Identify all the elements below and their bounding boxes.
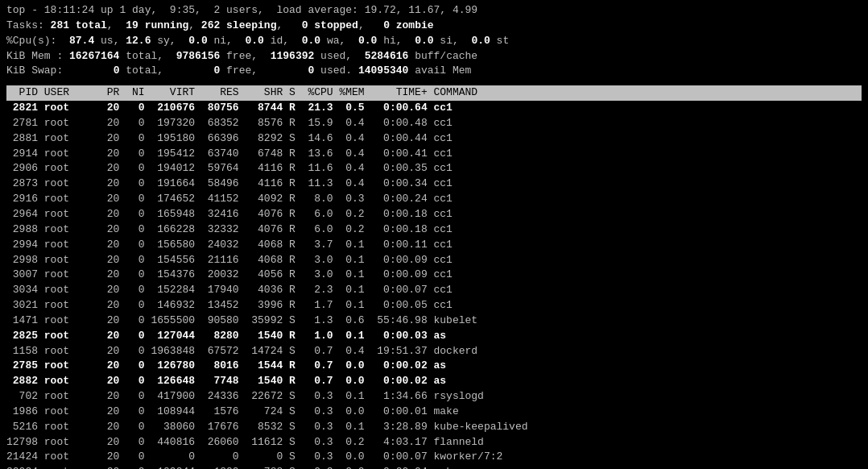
terminal-display: top - 18:11:24 up 1 day, 9:35, 2 users, … [6,3,862,469]
table-row: 3021 root 20 0 146932 13452 3996 R 1.7 0… [6,298,862,313]
header-line5: KiB Swap: 0 total, 0 free, 0 used. 14095… [6,64,862,79]
header-line2: Tasks: 281 total, 19 running, 262 sleepi… [6,19,862,34]
table-header: PID USER PR NI VIRT RES SHR S %CPU %MEM … [6,85,862,101]
tasks-total: 281 total [51,19,107,31]
table-row: 2781 root 20 0 197320 68352 8576 R 15.9 … [6,116,862,131]
table-row: 2994 root 20 0 156580 24032 4068 R 3.7 0… [6,238,862,253]
table-row: 5216 root 20 0 38060 17676 8532 S 0.3 0.… [6,420,862,435]
header-line1: top - 18:11:24 up 1 day, 9:35, 2 users, … [6,3,862,19]
table-row: 2998 root 20 0 154556 21116 4068 R 3.0 0… [6,253,862,268]
table-row: 12798 root 20 0 440816 26060 11612 S 0.3… [6,435,862,450]
table-row: 21424 root 20 0 0 0 0 S 0.3 0.0 0:00.07 … [6,450,862,465]
header-line4: KiB Mem : 16267164 total, 9786156 free, … [6,49,862,64]
table-row: 2825 root 20 0 127044 8280 1540 R 1.0 0.… [6,329,862,344]
table-body: 2821 root 20 0 210676 80756 8744 R 21.3 … [6,101,862,469]
table-row: 1471 root 20 0 1655500 90580 35992 S 1.3… [6,313,862,329]
table-row: 2964 root 20 0 165948 32416 4076 R 6.0 0… [6,207,862,222]
table-row: 3034 root 20 0 152284 17940 4036 R 2.3 0… [6,283,862,298]
table-row: 30034 root 20 0 109044 1800 788 S 0.3 0.… [6,465,862,469]
table-row: 3007 root 20 0 154376 20032 4056 R 3.0 0… [6,268,862,283]
table-row: 1158 root 20 0 1963848 67572 14724 S 0.7… [6,344,862,359]
table-row: 2785 root 20 0 126780 8016 1544 R 0.7 0.… [6,359,862,374]
table-row: 2906 root 20 0 194012 59764 4116 R 11.6 … [6,161,862,176]
table-row: 702 root 20 0 417900 24336 22672 S 0.3 0… [6,389,862,405]
table-row: 1986 root 20 0 108944 1576 724 S 0.3 0.0… [6,405,862,420]
table-row: 2873 root 20 0 191664 58496 4116 R 11.3 … [6,176,862,192]
table-row: 2881 root 20 0 195180 66396 8292 S 14.6 … [6,131,862,147]
table-row: 2914 root 20 0 195412 63740 6748 R 13.6 … [6,147,862,162]
table-row: 2821 root 20 0 210676 80756 8744 R 21.3 … [6,101,862,116]
table-row: 2988 root 20 0 166228 32332 4076 R 6.0 0… [6,222,862,238]
header-line3: %Cpu(s): 87.4 us, 12.6 sy, 0.0 ni, 0.0 i… [6,34,862,49]
table-row: 2882 root 20 0 126648 7748 1540 R 0.7 0.… [6,374,862,389]
table-row: 2916 root 20 0 174652 41152 4092 R 8.0 0… [6,192,862,207]
